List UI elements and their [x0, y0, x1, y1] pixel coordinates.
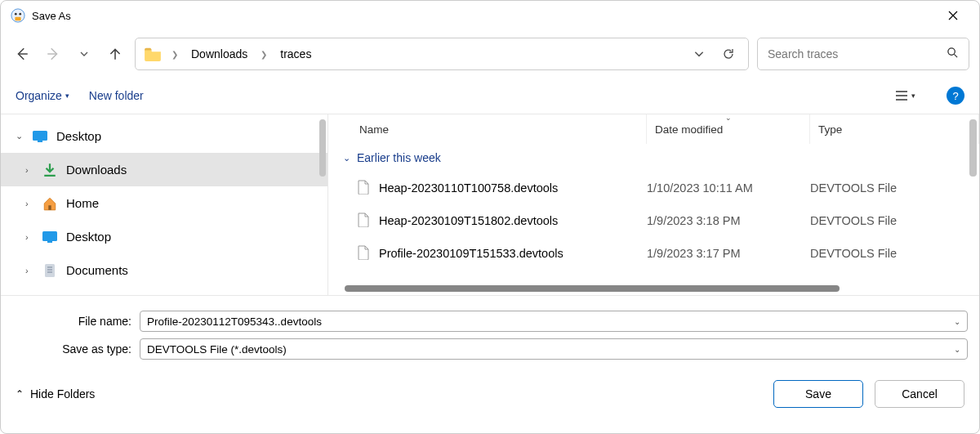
view-options-button[interactable]: ▾: [891, 83, 919, 108]
chevron-right-icon[interactable]: ❯: [168, 50, 181, 59]
organize-label: Organize: [16, 89, 62, 102]
save-button[interactable]: Save: [773, 380, 863, 408]
chevron-right-icon[interactable]: ›: [25, 266, 37, 275]
new-folder-button[interactable]: New folder: [89, 89, 144, 102]
file-name-dropdown[interactable]: ⌄: [947, 317, 960, 326]
folder-icon: [144, 47, 162, 61]
file-date: 1/10/2023 10:11 AM: [647, 181, 810, 195]
sidebar-item-label: Downloads: [66, 163, 127, 177]
svg-rect-10: [45, 264, 55, 277]
sort-indicator-icon: ⌄: [725, 114, 732, 122]
close-button[interactable]: [937, 1, 969, 30]
filelist-hscrollbar[interactable]: [345, 285, 963, 292]
breadcrumb-downloads[interactable]: Downloads: [188, 46, 251, 62]
save-type-value: DEVTOOLS File (*.devtools): [147, 343, 947, 356]
cancel-button[interactable]: Cancel: [875, 380, 964, 408]
sidebar-item-downloads[interactable]: › Downloads: [1, 153, 327, 186]
sidebar-item-label: Desktop: [56, 129, 101, 143]
file-icon: [358, 180, 371, 196]
file-name: Profile-20230109T151533.devtools: [379, 247, 564, 260]
file-row[interactable]: Heap-20230110T100758.devtools 1/10/2023 …: [328, 172, 979, 204]
breadcrumb-traces[interactable]: traces: [277, 46, 314, 62]
up-button[interactable]: [104, 43, 127, 65]
file-name: Heap-20230110T100758.devtools: [379, 181, 558, 195]
sidebar-item-documents[interactable]: › Documents: [1, 253, 327, 287]
file-name-label: File name:: [12, 315, 131, 328]
sidebar: ⌄ Desktop › Downloads › Home › De: [1, 114, 327, 295]
file-date: 1/9/2023 3:18 PM: [647, 214, 810, 227]
save-type-dropdown[interactable]: ⌄: [947, 345, 960, 354]
app-icon: [11, 8, 25, 23]
refresh-button[interactable]: [717, 43, 740, 65]
chevron-down-icon: ▾: [911, 92, 915, 100]
footer: ⌃ Hide Folders Save Cancel: [1, 368, 979, 420]
chevron-right-icon[interactable]: ❯: [257, 50, 270, 59]
file-name-input[interactable]: [147, 315, 947, 328]
svg-point-4: [948, 47, 955, 54]
file-row[interactable]: Heap-20230109T151802.devtools 1/9/2023 3…: [328, 204, 979, 237]
column-date-label: Date modified: [655, 123, 723, 136]
file-row[interactable]: Profile-20230109T151533.devtools 1/9/202…: [328, 237, 979, 270]
search-box[interactable]: [757, 38, 969, 70]
file-icon: [358, 245, 371, 262]
svg-point-3: [19, 13, 21, 16]
file-name-field[interactable]: ⌄: [140, 311, 968, 332]
svg-rect-5: [33, 131, 47, 141]
save-type-label: Save as type:: [12, 342, 131, 356]
search-input[interactable]: [768, 47, 947, 60]
desktop-icon: [42, 229, 58, 245]
svg-rect-1: [15, 17, 20, 21]
address-bar[interactable]: ❯ Downloads ❯ traces: [135, 38, 749, 70]
file-date: 1/9/2023 3:17 PM: [647, 247, 810, 260]
chevron-up-icon: ⌃: [16, 388, 24, 400]
recent-dropdown[interactable]: [73, 43, 96, 65]
save-inputs: File name: ⌄ Save as type: DEVTOOLS File…: [1, 295, 979, 368]
svg-rect-6: [38, 141, 42, 142]
svg-rect-9: [47, 241, 52, 243]
sidebar-item-home[interactable]: › Home: [1, 186, 327, 220]
file-type: DEVTOOLS File: [810, 214, 979, 227]
file-icon: [358, 213, 371, 229]
title-bar: Save As: [1, 1, 979, 30]
sidebar-item-label: Desktop: [66, 230, 111, 244]
window-title: Save As: [32, 10, 937, 22]
svg-point-2: [15, 13, 17, 16]
chevron-down-icon[interactable]: ⌄: [16, 131, 27, 141]
column-name[interactable]: Name: [328, 114, 647, 144]
chevron-right-icon[interactable]: ›: [25, 165, 37, 175]
group-label: Earlier this week: [357, 151, 441, 164]
address-dropdown[interactable]: [688, 43, 710, 65]
svg-rect-8: [42, 231, 57, 241]
chevron-down-icon: ▾: [65, 92, 69, 100]
sidebar-scrollbar[interactable]: [319, 119, 326, 177]
download-icon: [42, 162, 58, 178]
sidebar-item-label: Home: [66, 196, 99, 210]
chevron-down-icon: ⌄: [343, 153, 350, 163]
search-icon[interactable]: [947, 47, 959, 62]
column-headers: Name ⌄ Date modified Type: [328, 114, 979, 144]
file-name: Heap-20230109T151802.devtools: [379, 214, 558, 227]
column-type[interactable]: Type: [810, 114, 979, 144]
help-button[interactable]: ?: [947, 87, 964, 105]
back-button[interactable]: [11, 43, 33, 65]
column-date-modified[interactable]: ⌄ Date modified: [647, 114, 810, 144]
file-type: DEVTOOLS File: [810, 247, 979, 260]
hide-folders-label: Hide Folders: [30, 387, 95, 400]
forward-button[interactable]: [42, 43, 65, 65]
chevron-right-icon[interactable]: ›: [25, 199, 37, 208]
organize-menu[interactable]: Organize ▾: [16, 89, 69, 102]
chevron-right-icon[interactable]: ›: [25, 232, 37, 242]
hide-folders-button[interactable]: ⌃ Hide Folders: [16, 387, 95, 400]
group-earlier-this-week[interactable]: ⌄ Earlier this week: [328, 144, 979, 172]
home-icon: [42, 195, 58, 212]
desktop-icon: [32, 128, 48, 145]
sidebar-item-desktop-root[interactable]: ⌄ Desktop: [1, 119, 327, 153]
save-type-field[interactable]: DEVTOOLS File (*.devtools) ⌄: [140, 338, 968, 360]
main-area: ⌄ Desktop › Downloads › Home › De: [1, 114, 979, 295]
sidebar-item-label: Documents: [66, 263, 128, 277]
toolbar: Organize ▾ New folder ▾ ?: [1, 78, 979, 114]
file-type: DEVTOOLS File: [810, 181, 979, 195]
documents-icon: [42, 262, 58, 279]
sidebar-item-desktop[interactable]: › Desktop: [1, 220, 327, 253]
svg-rect-7: [48, 205, 51, 210]
